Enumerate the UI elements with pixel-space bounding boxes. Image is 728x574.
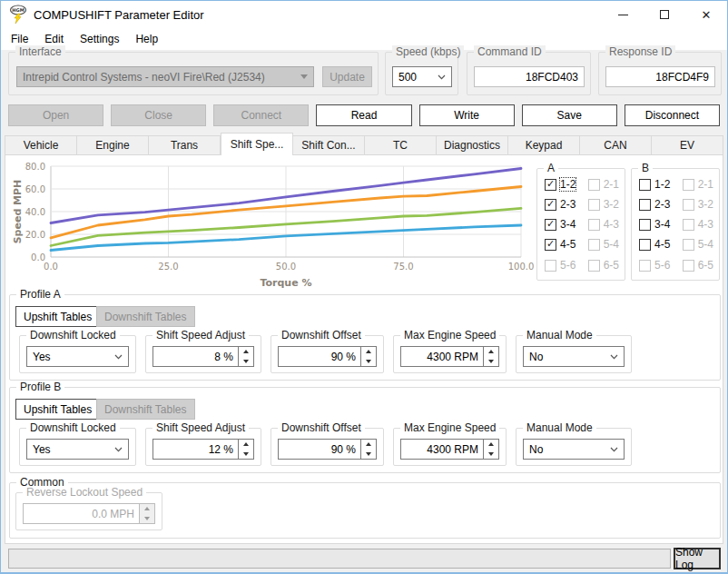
checkbox-a-1-2[interactable]: ✓1-2: [545, 178, 576, 191]
tab-shift-speeds[interactable]: Shift Spe...: [221, 133, 293, 155]
checkbox-b-4-5[interactable]: ✓4-5: [639, 238, 670, 251]
profile-a-shift-speed-adjust-spinner[interactable]: 8 %: [152, 346, 254, 367]
tab-keypad[interactable]: Keypad: [508, 135, 580, 155]
update-button-label: Update: [330, 71, 365, 84]
tab-tc[interactable]: TC: [365, 135, 437, 155]
reverse-lockout-speed-spinner: 0.0 MPH: [23, 503, 155, 524]
spinner-buttons[interactable]: [238, 347, 253, 366]
profile-a-downshift-tables-button: Downshift Tables: [96, 306, 195, 327]
maximize-button[interactable]: [644, 1, 685, 28]
tab-trans[interactable]: Trans: [149, 135, 221, 155]
chevron-down-icon: [610, 354, 618, 360]
interface-select: Intrepid Control Systems - neoVI Fire\Re…: [16, 66, 314, 87]
checkbox-box: ✓: [588, 239, 600, 251]
profile-b-manual-mode-box: Manual Mode No: [516, 428, 632, 466]
tab-vehicle[interactable]: Vehicle: [5, 135, 77, 155]
interface-group: Interface Intrepid Control Systems - neo…: [8, 52, 379, 95]
profile-b-upshift-tables-button[interactable]: Upshift Tables: [15, 399, 100, 420]
profile-b-shift-speed-adjust-box: Shift Speed Adjust 12 %: [145, 428, 261, 466]
profile-a-manual-mode-select[interactable]: No: [523, 346, 625, 367]
tab-ev[interactable]: EV: [652, 135, 723, 155]
svg-text:Torque %: Torque %: [260, 277, 311, 289]
spin-down-icon: [243, 452, 249, 456]
checkbox-label: 6-5: [604, 259, 619, 272]
speed-select[interactable]: 500: [392, 66, 452, 87]
spinner-buttons[interactable]: [483, 440, 498, 459]
disconnect-button[interactable]: Disconnect: [625, 104, 720, 126]
save-button[interactable]: Save: [522, 104, 617, 126]
checkbox-box: ✓: [639, 260, 651, 272]
checkbox-label: 3-2: [604, 198, 619, 211]
checkbox-a-4-5[interactable]: ✓4-5: [545, 238, 576, 251]
profile-a-downshift-locked-select[interactable]: Yes: [26, 346, 129, 367]
profile-a-downshift-offset-spinner[interactable]: 90 %: [278, 346, 377, 367]
manual-mode-label: Manual Mode: [523, 329, 596, 341]
checkbox-b-1-2[interactable]: ✓1-2: [639, 178, 670, 191]
profile-a-max-engine-speed-spinner[interactable]: 4300 RPM: [400, 346, 499, 367]
minimize-icon: [618, 15, 628, 15]
downshift-tables-label: Downshift Tables: [104, 311, 187, 323]
tab-can[interactable]: CAN: [580, 135, 652, 155]
checkbox-label: 2-1: [604, 178, 619, 191]
checkbox-a-2-3[interactable]: ✓2-3: [545, 198, 576, 211]
checkbox-a-5-4: ✓5-4: [588, 238, 619, 251]
profile-b-group: Profile B Upshift Tables Downshift Table…: [9, 387, 721, 473]
spin-down-icon: [144, 517, 150, 520]
profile-b-downshift-offset-spinner[interactable]: 90 %: [278, 439, 377, 460]
interface-value: Intrepid Control Systems - neoVI Fire\Re…: [23, 71, 300, 84]
close-button[interactable]: ✕: [685, 1, 727, 28]
max-engine-speed-value: 4300 RPM: [401, 347, 483, 366]
checkbox-label: 5-4: [604, 238, 619, 251]
tab-engine[interactable]: Engine: [77, 135, 149, 155]
checkbox-b-2-3[interactable]: ✓2-3: [639, 198, 670, 211]
profile-b-manual-mode-select[interactable]: No: [523, 439, 625, 460]
checkbox-a-3-4[interactable]: ✓3-4: [545, 218, 576, 231]
checkbox-label: 3-4: [560, 218, 576, 231]
downshift-offset-label: Downshift Offset: [278, 421, 365, 434]
profile-a-max-engine-speed-box: Max Engine Speed 4300 RPM: [393, 335, 507, 373]
spinner-buttons[interactable]: [238, 440, 253, 459]
menu-settings[interactable]: Settings: [72, 30, 127, 48]
checkbox-box: ✓: [588, 179, 600, 191]
spinner-buttons[interactable]: [483, 347, 498, 366]
svg-text:0.0: 0.0: [44, 262, 58, 272]
connection-row: Interface Intrepid Control Systems - neo…: [1, 52, 727, 101]
max-engine-speed-label: Max Engine Speed: [400, 329, 499, 341]
downshift-locked-value: Yes: [33, 443, 114, 456]
checkbox-b-3-4[interactable]: ✓3-4: [639, 218, 670, 231]
tab-shift-control[interactable]: Shift Con...: [293, 135, 365, 155]
downshift-locked-value: Yes: [33, 351, 114, 363]
minimize-button[interactable]: [602, 1, 644, 28]
downshift-offset-value: 90 %: [279, 440, 360, 459]
checkbox-box: ✓: [545, 239, 556, 251]
checkbox-a-2-1: ✓2-1: [588, 178, 619, 191]
profile-b-downshift-locked-box: Downshift Locked Yes: [19, 428, 136, 466]
read-button-label: Read: [351, 109, 378, 122]
read-button[interactable]: Read: [316, 104, 411, 126]
maximize-icon: [660, 10, 669, 19]
menu-help[interactable]: Help: [127, 30, 166, 48]
command-id-field[interactable]: 18FCD403: [474, 66, 585, 87]
shift-speed-adjust-value: 8 %: [153, 347, 238, 366]
spin-down-icon: [488, 360, 494, 363]
command-id-label: Command ID: [474, 45, 546, 58]
shift-speed-adjust-value: 12 %: [153, 440, 238, 459]
write-button[interactable]: Write: [419, 104, 515, 126]
profile-b-max-engine-speed-box: Max Engine Speed 4300 RPM: [393, 428, 507, 466]
checkbox-a-5-6: ✓5-6: [545, 259, 576, 272]
response-id-field[interactable]: 18FCD4F9: [605, 66, 715, 87]
profile-b-max-engine-speed-spinner[interactable]: 4300 RPM: [400, 439, 499, 460]
close-button-label: Close: [144, 109, 172, 122]
titlebar: HGM COMPUSHIFT Parameter Editor ✕: [1, 1, 727, 28]
tab-diagnostics[interactable]: Diagnostics: [437, 135, 508, 155]
profile-a-upshift-tables-button[interactable]: Upshift Tables: [15, 306, 100, 327]
profile-b-downshift-locked-select[interactable]: Yes: [26, 439, 129, 460]
checkbox-label: 2-3: [560, 198, 576, 211]
profile-b-shift-speed-adjust-spinner[interactable]: 12 %: [152, 439, 254, 460]
profile-b-downshift-tables-button: Downshift Tables: [96, 399, 195, 420]
spinner-buttons[interactable]: [360, 347, 376, 366]
show-log-button[interactable]: Show Log: [674, 548, 721, 569]
svg-text:HGM: HGM: [12, 7, 24, 13]
group-a-label: A: [544, 162, 558, 174]
spinner-buttons[interactable]: [360, 440, 376, 459]
